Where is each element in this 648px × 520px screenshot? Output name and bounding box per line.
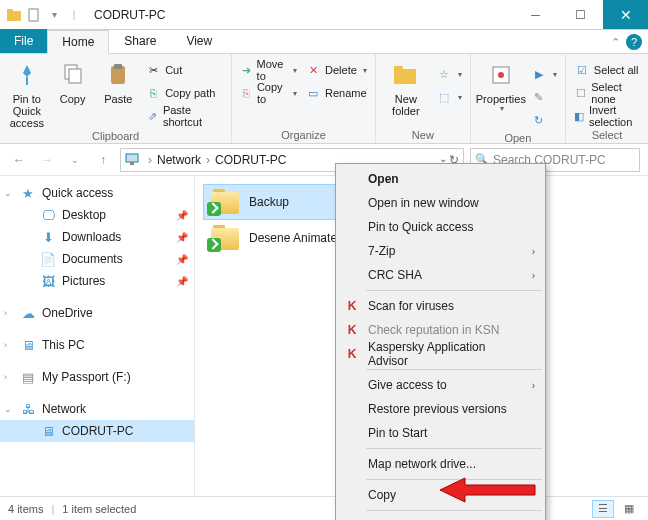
invert-selection-button[interactable]: ◧Invert selection [572,105,642,127]
svg-rect-1 [7,9,13,13]
ctx-open[interactable]: Open [338,167,543,191]
chevron-right-icon: › [532,246,535,257]
maximize-button[interactable]: ☐ [558,0,603,29]
copy-label: Copy [60,93,86,105]
ctx-give-access[interactable]: Give access to› [338,373,543,397]
folder-label: Backup [249,195,289,209]
new-item-button[interactable]: ☆▾ [434,63,464,85]
back-button[interactable]: ← [8,149,30,171]
nav-network[interactable]: ⌄🖧Network [0,398,194,420]
clipboard-group-label: Clipboard [6,129,225,142]
pin-icon: 📌 [176,210,188,221]
tab-view[interactable]: View [171,29,227,53]
shared-folder-icon [209,224,241,252]
window-title: CODRUT-PC [88,8,513,22]
rename-button[interactable]: ▭Rename [303,82,369,104]
ctx-open-new-window[interactable]: Open in new window [338,191,543,215]
history-button[interactable]: ↻ [529,109,559,131]
recent-dropdown-button[interactable]: ⌄ [64,149,86,171]
new-folder-label: New folder [382,93,430,117]
nav-passport[interactable]: ›▤My Passport (F:) [0,366,194,388]
copy-button[interactable]: Copy [52,57,94,105]
move-to-button[interactable]: ➜Move to▾ [238,59,299,81]
pin-icon: 📌 [176,276,188,287]
paste-shortcut-button[interactable]: ⇗Paste shortcut [143,105,225,127]
delete-button[interactable]: ✕Delete▾ [303,59,369,81]
nav-downloads[interactable]: ⬇Downloads📌 [0,226,194,248]
nav-onedrive[interactable]: ›☁OneDrive [0,302,194,324]
nav-pane: ⌄★Quick access 🖵Desktop📌 ⬇Downloads📌 📄Do… [0,176,195,496]
address-segment-codrut[interactable]: CODRUT-PC [213,153,288,167]
nav-documents[interactable]: 📄Documents📌 [0,248,194,270]
close-button[interactable]: ✕ [603,0,648,29]
details-view-button[interactable]: ☰ [592,500,614,518]
chevron-right-icon[interactable]: › [145,153,155,167]
tab-share[interactable]: Share [109,29,171,53]
minimize-button[interactable]: ─ [513,0,558,29]
kaspersky-icon: K [344,346,360,362]
shared-folder-icon [209,188,241,216]
select-none-button[interactable]: ☐Select none [572,82,642,104]
tab-file[interactable]: File [0,29,47,53]
qat-dropdown-icon[interactable]: ▾ [46,7,62,23]
select-all-button[interactable]: ☑Select all [572,59,642,81]
nav-quick-access[interactable]: ⌄★Quick access [0,182,194,204]
ctx-map-drive[interactable]: Map network drive... [338,452,543,476]
separator [366,448,542,449]
new-group-label: New [382,128,464,141]
open-group-label: Open [477,131,559,144]
nav-codrut-pc[interactable]: 🖥CODRUT-PC [0,420,194,442]
chevron-right-icon: › [532,380,535,391]
svg-rect-9 [394,66,403,71]
svg-rect-8 [394,69,416,84]
ctx-create-shortcut[interactable]: Create shortcut [338,514,543,520]
ctx-restore-versions[interactable]: Restore previous versions [338,397,543,421]
pin-quick-access-button[interactable]: Pin to Quick access [6,57,48,129]
paste-label: Paste [104,93,132,105]
properties-button[interactable]: Properties▾ [477,57,525,114]
chevron-right-icon[interactable]: › [203,153,213,167]
ctx-scan-viruses[interactable]: KScan for viruses [338,294,543,318]
new-folder-button[interactable]: New folder [382,57,430,117]
select-group-label: Select [572,128,642,141]
forward-button[interactable]: → [36,149,58,171]
separator [366,290,542,291]
ctx-7zip[interactable]: 7-Zip› [338,239,543,263]
ctx-pin-quick[interactable]: Pin to Quick access [338,215,543,239]
svg-rect-5 [69,69,81,83]
ctx-kaspersky-advisor[interactable]: KKaspersky Application Advisor [338,342,543,366]
qat-separator: | [66,7,82,23]
edit-button[interactable]: ✎ [529,86,559,108]
ctx-pin-start[interactable]: Pin to Start [338,421,543,445]
organize-group-label: Organize [238,128,369,141]
nav-desktop[interactable]: 🖵Desktop📌 [0,204,194,226]
tab-home[interactable]: Home [47,30,109,54]
nav-pictures[interactable]: 🖼Pictures📌 [0,270,194,292]
icons-view-button[interactable]: ▦ [618,500,640,518]
folder-icon [6,7,22,23]
paste-button[interactable]: Paste [97,57,139,105]
kaspersky-icon: K [344,298,360,314]
pin-label: Pin to Quick access [6,93,48,129]
collapse-ribbon-icon[interactable]: ⌃ [611,36,620,49]
titlebar: ▾ | CODRUT-PC ─ ☐ ✕ [0,0,648,30]
svg-rect-13 [130,162,134,165]
nav-row: ← → ⌄ ↑ › Network › CODRUT-PC ⌄ ↻ 🔍 Sear… [0,144,648,176]
nav-this-pc[interactable]: ›🖥This PC [0,334,194,356]
copy-to-button[interactable]: ⎘Copy to▾ [238,82,299,104]
folder-label: Desene Animate [249,231,337,245]
easy-access-button[interactable]: ⬚▾ [434,86,464,108]
ctx-copy[interactable]: Copy [338,483,543,507]
help-icon[interactable]: ? [626,34,642,50]
address-segment-network[interactable]: Network [155,153,203,167]
status-selected: 1 item selected [62,503,136,515]
chevron-right-icon: › [532,270,535,281]
copy-path-button[interactable]: ⎘Copy path [143,82,225,104]
ctx-crc[interactable]: CRC SHA› [338,263,543,287]
ribbon: Pin to Quick access Copy Paste ✂Cut ⎘Cop… [0,54,648,144]
up-button[interactable]: ↑ [92,149,114,171]
open-button[interactable]: ▶▾ [529,63,559,85]
ctx-ksn[interactable]: KCheck reputation in KSN [338,318,543,342]
kaspersky-icon: K [344,322,360,338]
cut-button[interactable]: ✂Cut [143,59,225,81]
